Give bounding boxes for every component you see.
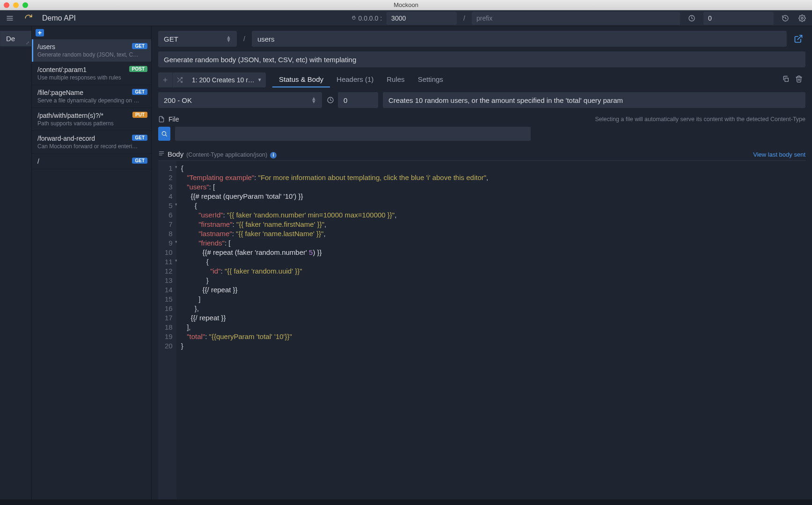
method-badge: PUT xyxy=(132,112,147,118)
env-settings-button[interactable] xyxy=(795,12,809,25)
prefix-input[interactable] xyxy=(472,12,680,25)
response-latency-input[interactable] xyxy=(338,92,378,108)
response-tab[interactable]: Settings xyxy=(411,72,450,87)
method-badge: POST xyxy=(129,66,147,72)
svg-rect-11 xyxy=(785,78,788,81)
response-comment-input[interactable] xyxy=(383,92,805,108)
method-badge: GET xyxy=(132,158,147,164)
mac-titlebar: Mockoon xyxy=(0,0,812,10)
plus-icon xyxy=(162,77,168,83)
route-description: Path supports various patterns xyxy=(37,120,146,127)
body-editor[interactable]: 1234567891011121314151617181920 { "Templ… xyxy=(158,160,805,500)
history-icon xyxy=(782,14,789,22)
environment-rail: De ⤢ xyxy=(0,26,32,499)
random-response-button[interactable] xyxy=(172,72,186,87)
clock-icon xyxy=(688,14,695,22)
route-item[interactable]: /content/:param1Use multiple responses w… xyxy=(32,62,151,85)
route-item[interactable]: /file/:pageNameServe a file dynamically … xyxy=(32,85,151,108)
environment-name: Demo API xyxy=(42,14,76,22)
route-path: /forward-and-record xyxy=(37,135,146,142)
route-list: + /usersGenerate random body (JSON, text… xyxy=(32,26,152,499)
start-server-button[interactable] xyxy=(22,12,36,25)
refresh-icon xyxy=(24,14,33,22)
route-path: / xyxy=(37,158,146,165)
method-badge: GET xyxy=(132,43,147,49)
body-icon xyxy=(158,150,165,157)
trash-icon xyxy=(795,75,803,83)
main-toolbar: Demo API 0.0.0.0 : / xyxy=(0,10,812,26)
svg-line-5 xyxy=(797,36,802,40)
window-title: Mockoon xyxy=(0,1,812,8)
history-button[interactable] xyxy=(778,12,792,25)
route-description: Can Mockoon forward or record enteri… xyxy=(37,143,146,150)
route-item[interactable]: /path/with/pattern(s)?/*Path supports va… xyxy=(32,108,151,131)
external-link-icon xyxy=(794,34,803,43)
svg-line-14 xyxy=(166,135,167,137)
method-select[interactable]: GET ▲▼ xyxy=(158,31,237,47)
route-description: Use multiple responses with rules xyxy=(37,74,146,81)
body-content-type: (Content-Type application/json) xyxy=(186,152,267,158)
route-item[interactable]: /forward-and-recordCan Mockoon forward o… xyxy=(32,131,151,154)
body-section-label: Body xyxy=(168,150,183,158)
delete-response-button[interactable] xyxy=(792,72,805,87)
duplicate-response-button[interactable] xyxy=(779,72,792,87)
response-tab[interactable]: Status & Body xyxy=(272,72,330,87)
route-description: Serve a file dynamically depending on … xyxy=(37,97,146,104)
env-latency-input[interactable] xyxy=(703,12,774,25)
updown-icon: ▲▼ xyxy=(226,36,231,42)
chevron-down-icon: ▼ xyxy=(257,77,262,82)
copy-icon xyxy=(782,75,790,83)
route-path: /path/with/pattern(s)?/* xyxy=(37,112,146,119)
status-bar xyxy=(0,499,812,505)
environment-tab[interactable]: De ⤢ xyxy=(0,31,31,46)
svg-line-10 xyxy=(177,78,179,79)
file-section-hint: Selecting a file will automatically serv… xyxy=(595,116,805,123)
add-response-button[interactable] xyxy=(158,72,172,87)
port-input[interactable] xyxy=(387,12,457,25)
path-separator: / xyxy=(461,14,467,22)
response-select[interactable]: 1: 200 Creates 10 r… ▼ xyxy=(186,72,266,87)
open-external-button[interactable] xyxy=(791,32,805,45)
gear-icon xyxy=(798,14,806,22)
shuffle-icon xyxy=(176,77,183,83)
updown-icon: ▲▼ xyxy=(311,97,316,103)
env-latency-icon-button[interactable] xyxy=(685,12,699,25)
menu-icon xyxy=(6,14,14,22)
address-label: 0.0.0.0 : xyxy=(351,14,382,22)
response-tab[interactable]: Rules xyxy=(380,72,411,87)
route-path: /users xyxy=(37,43,146,50)
file-section-label: File xyxy=(168,115,179,123)
route-item[interactable]: /GET xyxy=(32,154,151,169)
plug-icon xyxy=(351,15,357,22)
status-code-select[interactable]: 200 - OK ▲▼ xyxy=(158,92,322,108)
route-path-input[interactable] xyxy=(252,31,787,47)
route-path: /file/:pageName xyxy=(37,89,146,96)
method-badge: GET xyxy=(132,135,147,141)
file-path-input[interactable] xyxy=(175,127,531,141)
view-last-body-link[interactable]: View last body sent xyxy=(753,151,805,158)
svg-point-4 xyxy=(801,17,803,19)
response-tabs: Status & BodyHeaders (1)RulesSettings xyxy=(272,72,450,87)
svg-point-13 xyxy=(162,131,166,135)
menu-button[interactable] xyxy=(3,12,17,25)
file-icon xyxy=(158,115,165,123)
search-icon xyxy=(161,130,168,137)
body-help-button[interactable]: i xyxy=(270,152,277,159)
route-description: Generate random body (JSON, text, C… xyxy=(37,51,146,58)
method-badge: GET xyxy=(132,89,147,95)
route-item[interactable]: /usersGenerate random body (JSON, text, … xyxy=(32,39,151,62)
route-documentation-input[interactable] xyxy=(158,51,805,67)
clock-icon xyxy=(327,96,334,104)
expand-icon: ⤢ xyxy=(26,40,29,45)
route-editor: GET ▲▼ / 1: 200 Creates 10 r… ▼ Stat xyxy=(152,26,812,499)
browse-file-button[interactable] xyxy=(158,127,170,141)
response-tab[interactable]: Headers (1) xyxy=(330,72,380,87)
add-route-button[interactable]: + xyxy=(36,29,44,36)
path-separator: / xyxy=(241,35,247,43)
